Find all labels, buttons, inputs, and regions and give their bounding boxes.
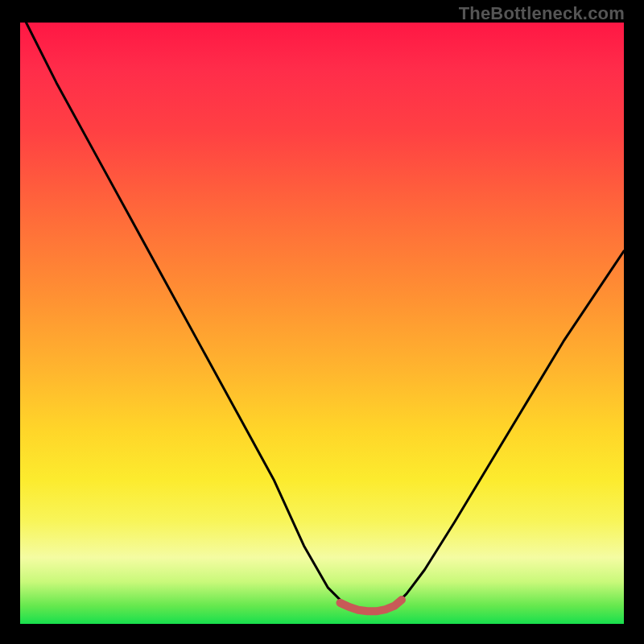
plot-area: [20, 23, 624, 624]
curve-svg: [20, 23, 624, 624]
chart-frame: TheBottleneck.com: [0, 0, 644, 644]
bottleneck-curve-path: [27, 23, 625, 612]
watermark-text: TheBottleneck.com: [459, 3, 625, 24]
valley-highlight-path: [341, 600, 402, 611]
